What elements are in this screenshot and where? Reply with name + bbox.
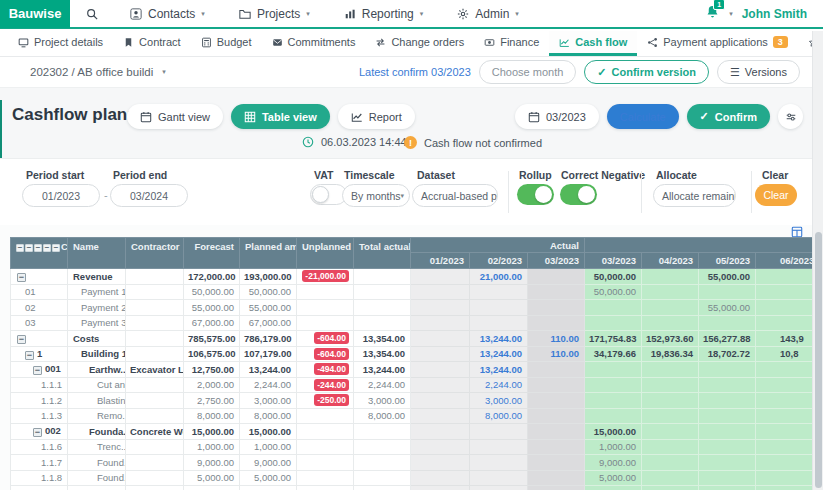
cell-actual-month[interactable] — [528, 424, 585, 440]
table-view-button[interactable]: Table view — [231, 104, 330, 129]
cell-forecast-month[interactable] — [756, 439, 812, 455]
tab-commitments[interactable]: Commitments — [262, 31, 366, 56]
cell-actual-month[interactable] — [411, 331, 470, 347]
cell-forecast-month[interactable]: 1,000.00 — [585, 439, 642, 455]
cell-forecast[interactable]: 172,000.00 — [184, 269, 240, 285]
cell-actual-month[interactable] — [411, 424, 470, 440]
cell-contractor[interactable]: Concrete Wo... — [126, 424, 184, 440]
cell-actual-month[interactable] — [411, 269, 470, 285]
cell-code[interactable]: −1 — [11, 346, 68, 362]
cell-contractor[interactable]: Landscaper L... — [126, 486, 184, 490]
cell-planned[interactable]: 50,000.00 — [240, 284, 297, 300]
expand-collapse-icon[interactable]: − — [17, 335, 26, 344]
cell-name[interactable]: Building 1 — [68, 346, 126, 362]
cell-actual-month[interactable] — [411, 439, 470, 455]
expand-collapse-icon[interactable]: − — [33, 428, 42, 437]
cell-forecast-month[interactable] — [756, 377, 812, 393]
cell-forecast-month[interactable] — [642, 284, 699, 300]
cell-forecast-month[interactable] — [585, 408, 642, 424]
expand-collapse-icon[interactable]: − — [25, 351, 34, 360]
cell-forecast-month[interactable]: 18,702.72 — [699, 346, 756, 362]
calculate-button[interactable]: Calculate — [607, 104, 679, 129]
cell-forecast-month[interactable] — [585, 362, 642, 378]
cell-code[interactable]: 1.1.7 — [11, 455, 68, 471]
cell-forecast-month[interactable] — [756, 455, 812, 471]
cell-actual-month[interactable] — [411, 362, 470, 378]
cell-name[interactable]: Payment 1 — [68, 284, 126, 300]
cell-planned[interactable]: 5,000.00 — [240, 470, 297, 486]
cell-total-actuals[interactable] — [354, 439, 411, 455]
cell-actual-month[interactable] — [411, 300, 470, 316]
cell-forecast-month[interactable] — [585, 315, 642, 331]
cell-actual-month[interactable] — [411, 455, 470, 471]
tab-change-orders[interactable]: Change orders — [365, 31, 474, 56]
cell-forecast-month[interactable] — [699, 455, 756, 471]
cell-forecast-month[interactable]: 19,836.34 — [642, 346, 699, 362]
cell-code[interactable]: 1.1.1 — [11, 377, 68, 393]
nav-item-projects[interactable]: Projects▾ — [239, 7, 310, 21]
cell-forecast-month[interactable]: 10,8 — [756, 346, 812, 362]
cell-forecast[interactable]: 5,000.00 — [184, 470, 240, 486]
cell-forecast-month[interactable]: 50,000.00 — [585, 269, 642, 285]
cell-actual-month[interactable]: 8,000.00 — [470, 408, 528, 424]
cell-forecast[interactable]: 50,000.00 — [184, 284, 240, 300]
collapse-level-icon[interactable]: − — [43, 244, 51, 252]
cell-forecast-month[interactable] — [642, 470, 699, 486]
tab-budget[interactable]: Budget — [191, 31, 262, 56]
cell-actual-month[interactable] — [528, 393, 585, 409]
nav-item-contacts[interactable]: Contacts▾ — [130, 7, 205, 21]
cell-forecast-month[interactable]: 34,179.66 — [585, 346, 642, 362]
choose-month-button[interactable]: Choose month — [479, 60, 577, 84]
cell-planned[interactable]: 786,179.00 — [240, 331, 297, 347]
cell-forecast-month[interactable] — [756, 269, 812, 285]
cell-unplanned[interactable] — [297, 284, 354, 300]
cell-forecast[interactable]: 8,000.00 — [184, 408, 240, 424]
cell-planned[interactable]: 15,000.00 — [240, 424, 297, 440]
cell-contractor[interactable] — [126, 315, 184, 331]
cell-forecast-month[interactable] — [642, 362, 699, 378]
cell-name[interactable]: Found... — [68, 455, 126, 471]
cell-planned[interactable]: 1,000.00 — [240, 439, 297, 455]
cell-total-actuals[interactable]: 13,244.00 — [354, 362, 411, 378]
cell-total-actuals[interactable] — [354, 269, 411, 285]
cell-contractor[interactable] — [126, 455, 184, 471]
cell-forecast-month[interactable]: 156,277.88 — [699, 331, 756, 347]
cell-forecast-month[interactable]: 2,770.45 — [699, 486, 756, 490]
cell-actual-month[interactable] — [528, 455, 585, 471]
cell-code[interactable]: 03 — [11, 315, 68, 331]
cell-actual-month[interactable] — [411, 346, 470, 362]
cell-forecast[interactable]: 55,000.00 — [184, 300, 240, 316]
cell-actual-month[interactable] — [411, 377, 470, 393]
cell-name[interactable]: Earthw... — [68, 362, 126, 378]
cell-unplanned[interactable]: -21,000.00 — [297, 269, 354, 285]
cell-planned[interactable]: 9,000.00 — [240, 455, 297, 471]
cell-forecast-month[interactable] — [642, 300, 699, 316]
cell-forecast-month[interactable] — [756, 284, 812, 300]
cell-actual-month[interactable] — [528, 377, 585, 393]
cell-actual-month[interactable] — [411, 284, 470, 300]
search-icon[interactable] — [86, 8, 98, 20]
cell-actual-month[interactable] — [411, 315, 470, 331]
cell-forecast[interactable]: 1,000.00 — [184, 439, 240, 455]
cell-unplanned[interactable] — [297, 486, 354, 490]
cell-forecast-month[interactable] — [756, 424, 812, 440]
scrollbar-thumb[interactable] — [815, 232, 822, 488]
cell-forecast-month[interactable] — [699, 470, 756, 486]
cell-forecast[interactable]: 2,750.00 — [184, 393, 240, 409]
cell-planned[interactable]: 193,000.00 — [240, 269, 297, 285]
cell-actual-month[interactable]: 13,244.00 — [470, 331, 528, 347]
nav-item-reporting[interactable]: Reporting▾ — [344, 7, 424, 21]
cell-name[interactable]: Revenue — [68, 269, 126, 285]
cell-forecast-month[interactable] — [585, 393, 642, 409]
tab-finance[interactable]: Finance — [474, 31, 549, 56]
cell-forecast-month[interactable] — [642, 424, 699, 440]
cell-code[interactable]: 1.1.6 — [11, 439, 68, 455]
cell-contractor[interactable] — [126, 346, 184, 362]
cell-actual-month[interactable] — [470, 424, 528, 440]
cell-forecast-month[interactable] — [756, 393, 812, 409]
cell-total-actuals[interactable] — [354, 455, 411, 471]
cell-forecast-month[interactable]: 55,000.00 — [699, 300, 756, 316]
cell-contractor[interactable] — [126, 269, 184, 285]
cell-forecast-month[interactable] — [699, 284, 756, 300]
cell-forecast-month[interactable] — [756, 408, 812, 424]
